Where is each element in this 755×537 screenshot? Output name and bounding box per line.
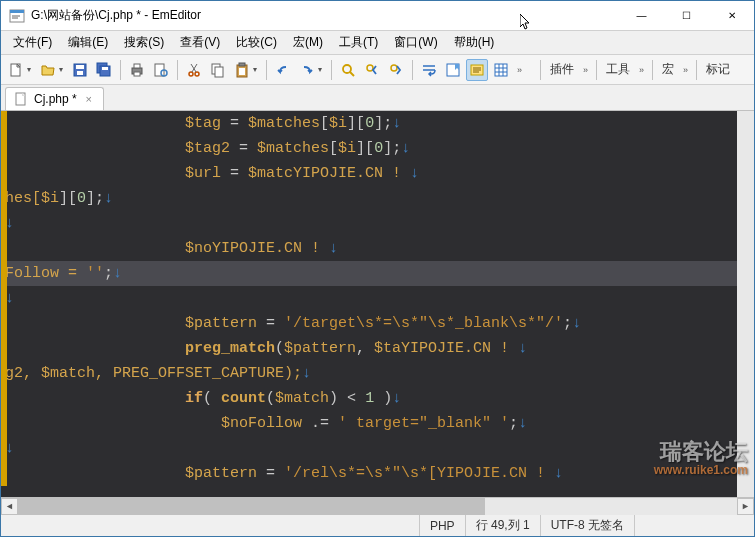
code-editor[interactable]: $tag = $matches[$i][0];↓ $tag2 = $matche…: [1, 111, 754, 497]
menubar: 文件(F) 编辑(E) 搜索(S) 查看(V) 比较(C) 宏(M) 工具(T)…: [1, 31, 754, 55]
svg-rect-23: [239, 63, 245, 66]
menu-search[interactable]: 搜索(S): [116, 32, 172, 53]
status-encoding[interactable]: UTF-8 无签名: [540, 515, 634, 536]
print-button[interactable]: [126, 59, 148, 81]
toolbar: ▾ ▾ ▾ ▾ » 插件 » 工具 » 宏 » 标记: [1, 55, 754, 85]
toolbar-separator: [331, 60, 332, 80]
markers-label[interactable]: 标记: [702, 61, 734, 78]
svg-point-17: [195, 72, 199, 76]
window-controls: — ☐ ✕: [619, 1, 754, 30]
menu-macro[interactable]: 宏(M): [285, 32, 331, 53]
highlight-button[interactable]: [466, 59, 488, 81]
toolbar-separator: [696, 60, 697, 80]
grid-button[interactable]: [490, 59, 512, 81]
toolbar-separator: [652, 60, 653, 80]
vertical-scrollbar[interactable]: [737, 111, 754, 497]
save-button[interactable]: [69, 59, 91, 81]
wrap-button[interactable]: [418, 59, 440, 81]
undo-button[interactable]: [272, 59, 294, 81]
plugins-label[interactable]: 插件: [546, 61, 578, 78]
toolbar-separator: [266, 60, 267, 80]
tab-close-button[interactable]: ×: [83, 93, 95, 105]
scroll-left-button[interactable]: ◄: [1, 498, 18, 515]
file-icon: [14, 92, 28, 106]
tabbar: Cj.php * ×: [1, 85, 754, 111]
menu-compare[interactable]: 比较(C): [228, 32, 285, 53]
new-file-button[interactable]: [5, 59, 27, 81]
horizontal-scrollbar[interactable]: ◄ ►: [1, 497, 754, 514]
save-all-button[interactable]: [93, 59, 115, 81]
svg-point-28: [391, 65, 397, 71]
tab-cj-php[interactable]: Cj.php * ×: [5, 87, 104, 110]
plugins-overflow[interactable]: »: [580, 65, 591, 75]
svg-rect-13: [134, 72, 140, 76]
svg-point-25: [343, 65, 351, 73]
paste-button[interactable]: [231, 59, 253, 81]
svg-rect-12: [134, 64, 140, 68]
toolbar-separator: [540, 60, 541, 80]
maximize-button[interactable]: ☐: [664, 1, 709, 30]
toolbar-separator: [412, 60, 413, 80]
svg-rect-7: [77, 71, 83, 75]
scroll-track[interactable]: [18, 498, 737, 515]
find-button[interactable]: [337, 59, 359, 81]
menu-file[interactable]: 文件(F): [5, 32, 60, 53]
menu-help[interactable]: 帮助(H): [446, 32, 503, 53]
print-preview-button[interactable]: [150, 59, 172, 81]
menu-tools[interactable]: 工具(T): [331, 32, 386, 53]
close-button[interactable]: ✕: [709, 1, 754, 30]
titlebar: G:\网站备份\Cj.php * - EmEditor — ☐ ✕: [1, 1, 754, 31]
menu-edit[interactable]: 编辑(E): [60, 32, 116, 53]
open-dropdown[interactable]: ▾: [59, 65, 67, 74]
toolbar-separator: [177, 60, 178, 80]
new-dropdown[interactable]: ▾: [27, 65, 35, 74]
svg-line-26: [350, 72, 354, 76]
svg-rect-21: [215, 67, 223, 77]
app-icon: [9, 8, 25, 24]
svg-rect-36: [495, 64, 507, 76]
svg-point-16: [189, 72, 193, 76]
scroll-thumb[interactable]: [18, 498, 485, 515]
scroll-right-button[interactable]: ►: [737, 498, 754, 515]
statusbar: PHP 行 49,列 1 UTF-8 无签名: [1, 514, 754, 536]
macro-overflow[interactable]: »: [680, 65, 691, 75]
tools-label[interactable]: 工具: [602, 61, 634, 78]
tab-label: Cj.php *: [34, 92, 77, 106]
menu-window[interactable]: 窗口(W): [386, 32, 445, 53]
svg-rect-1: [10, 10, 24, 13]
paste-dropdown[interactable]: ▾: [253, 65, 261, 74]
minimize-button[interactable]: —: [619, 1, 664, 30]
toolbar-overflow[interactable]: »: [514, 65, 525, 75]
toolbar-separator: [596, 60, 597, 80]
bookmark-button[interactable]: [442, 59, 464, 81]
find-prev-button[interactable]: [361, 59, 383, 81]
svg-line-19: [191, 64, 196, 72]
status-language[interactable]: PHP: [419, 515, 465, 536]
open-file-button[interactable]: [37, 59, 59, 81]
find-next-button[interactable]: [385, 59, 407, 81]
status-position[interactable]: 行 49,列 1: [465, 515, 540, 536]
redo-dropdown[interactable]: ▾: [318, 65, 326, 74]
svg-line-18: [192, 64, 197, 72]
svg-rect-6: [76, 65, 84, 69]
tools-overflow[interactable]: »: [636, 65, 647, 75]
svg-rect-24: [239, 68, 245, 75]
copy-button[interactable]: [207, 59, 229, 81]
status-empty: [634, 515, 754, 536]
macro-label[interactable]: 宏: [658, 61, 678, 78]
window-title: G:\网站备份\Cj.php * - EmEditor: [31, 7, 619, 24]
editor-area: $tag = $matches[$i][0];↓ $tag2 = $matche…: [1, 111, 754, 497]
toolbar-separator: [120, 60, 121, 80]
redo-button[interactable]: [296, 59, 318, 81]
svg-rect-10: [102, 67, 108, 70]
menu-view[interactable]: 查看(V): [172, 32, 228, 53]
cut-button[interactable]: [183, 59, 205, 81]
